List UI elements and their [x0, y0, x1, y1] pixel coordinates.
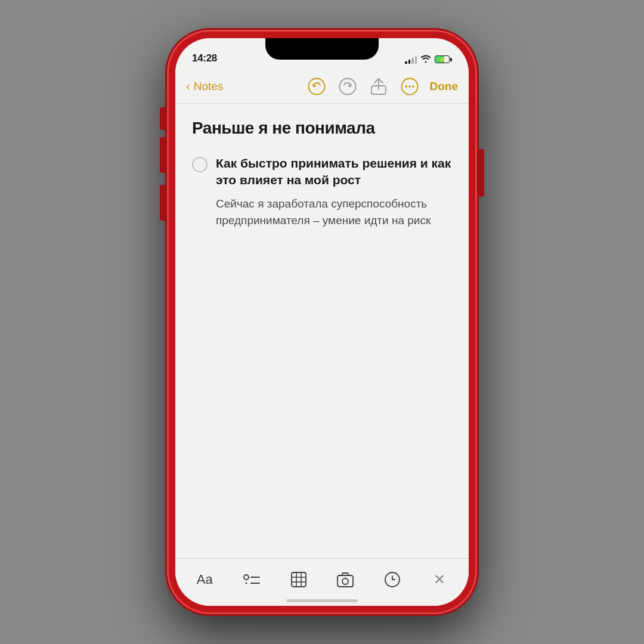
- volume-down-button[interactable]: [160, 185, 166, 221]
- back-label: Notes: [194, 80, 224, 93]
- share-button[interactable]: [368, 76, 389, 97]
- svg-point-5: [408, 85, 411, 88]
- svg-point-17: [342, 578, 348, 584]
- checkbox[interactable]: [192, 157, 208, 172]
- undo-button[interactable]: [306, 76, 327, 97]
- back-button[interactable]: ‹ Notes: [186, 79, 223, 93]
- checklist-button[interactable]: [236, 564, 267, 595]
- checklist-sub-text[interactable]: Сейчас я заработала суперспособность пре…: [216, 196, 452, 228]
- svg-rect-11: [292, 572, 306, 587]
- close-icon: ✕: [434, 571, 445, 588]
- volume-up-button[interactable]: [160, 137, 166, 173]
- phone-wrapper: 14:28 ⚡: [167, 30, 477, 614]
- content-area: Раньше я не понимала Как быстро принимат…: [175, 104, 469, 558]
- camera-button[interactable]: [330, 564, 361, 595]
- format-label: Aa: [197, 572, 213, 587]
- notch: [265, 38, 379, 60]
- power-button[interactable]: [478, 149, 484, 197]
- markup-button[interactable]: [377, 564, 408, 595]
- phone-screen: 14:28 ⚡: [175, 38, 469, 606]
- done-button[interactable]: Done: [430, 80, 459, 93]
- svg-point-8: [245, 582, 247, 584]
- redo-button[interactable]: [337, 76, 358, 97]
- svg-point-7: [244, 575, 249, 580]
- checklist-main-text[interactable]: Как быстро принимать решения и как это в…: [216, 155, 452, 189]
- home-indicator: [286, 599, 358, 602]
- battery-icon: ⚡: [435, 55, 452, 63]
- status-icons: ⚡: [405, 54, 452, 64]
- checklist-item: Как быстро принимать решения и как это в…: [192, 155, 452, 229]
- svg-point-1: [339, 78, 355, 94]
- bottom-toolbar: Aa: [175, 558, 469, 606]
- format-button[interactable]: Aa: [189, 564, 220, 595]
- table-button[interactable]: [283, 564, 314, 595]
- svg-point-6: [412, 85, 414, 88]
- nav-bar: ‹ Notes: [175, 69, 469, 104]
- checklist-text-block: Как быстро принимать решения и как это в…: [216, 155, 452, 229]
- svg-rect-16: [338, 575, 353, 587]
- status-time: 14:28: [192, 52, 217, 64]
- chevron-left-icon: ‹: [186, 79, 190, 93]
- note-title[interactable]: Раньше я не понимала: [192, 118, 452, 138]
- wifi-icon: [420, 54, 431, 64]
- more-button[interactable]: [399, 76, 420, 97]
- svg-point-0: [308, 78, 324, 94]
- close-button[interactable]: ✕: [424, 564, 455, 595]
- signal-icon: [405, 55, 417, 64]
- nav-icons: Done: [306, 76, 459, 97]
- silent-button[interactable]: [160, 107, 166, 130]
- svg-point-4: [405, 85, 407, 88]
